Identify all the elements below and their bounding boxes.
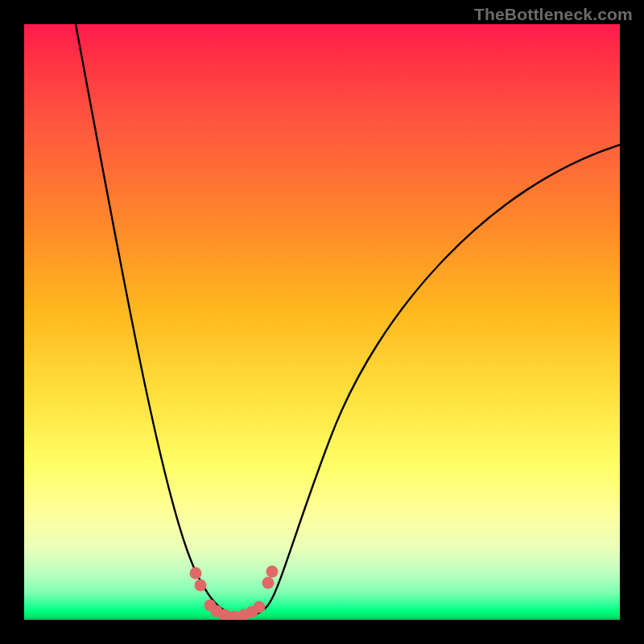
watermark-text: TheBottleneck.com bbox=[474, 5, 633, 24]
curve-marker bbox=[195, 580, 207, 592]
v-curve bbox=[76, 24, 620, 617]
curve-marker bbox=[190, 568, 202, 580]
chart-frame bbox=[24, 24, 620, 620]
curve-markers bbox=[190, 566, 279, 621]
curve-marker bbox=[254, 601, 266, 613]
curve-marker bbox=[262, 577, 275, 589]
curve-marker bbox=[266, 566, 279, 578]
chart-svg bbox=[24, 24, 620, 620]
